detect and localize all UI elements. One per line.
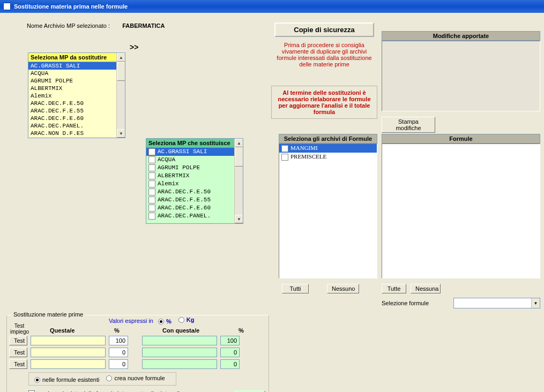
list-item[interactable]: ARAC.DEC.F.E.50 <box>146 188 243 196</box>
sel-formule-combo[interactable]: ▼ <box>453 298 540 308</box>
scroll-down-icon[interactable]: ▼ <box>117 129 125 138</box>
scroll-down-icon[interactable]: ▼ <box>235 215 243 223</box>
con-questa-field[interactable] <box>142 336 217 345</box>
list-item[interactable]: MANGIMI <box>279 144 377 153</box>
list-item[interactable]: ALBERTMIX <box>146 172 243 180</box>
chevron-down-icon[interactable]: ▼ <box>531 298 540 308</box>
list-from[interactable]: Seleziona MP da sostitutire AC.GRASSI SA… <box>28 52 125 138</box>
subst-group-label: Sostituzione materie prime <box>11 311 85 318</box>
list-item[interactable]: AGRUMI POLPE <box>146 164 243 172</box>
formule-list[interactable] <box>382 144 540 278</box>
formarch-header: Seleziona gli archivi di Formule <box>279 134 377 144</box>
col-con-questa: Con questa/e <box>162 327 199 334</box>
test-impiego-label: Test impiego <box>10 323 28 335</box>
scrollbar[interactable]: ▲ ▼ <box>234 139 243 223</box>
scrollbar[interactable]: ▲ ▼ <box>116 53 125 138</box>
print-mods-button[interactable]: Stampa modifiche <box>382 117 435 133</box>
list-to-header: Seleziona MP che sostituisce <box>146 139 243 148</box>
formule-all-button[interactable]: Tutte <box>382 284 406 293</box>
modlog-header: Modifiche apportate <box>382 31 540 41</box>
list-item[interactable]: ARAC.DEC.F.E.50 <box>28 100 125 107</box>
backup-button[interactable]: Copie di sicurezza <box>274 22 374 37</box>
list-item[interactable]: ALBERTMIX <box>28 85 125 92</box>
test-button[interactable]: Test <box>9 336 27 345</box>
archive-value: FABERMATICA <box>122 22 165 29</box>
list-item[interactable]: ARAC.DEC.F.E.60 <box>146 204 243 212</box>
backup-warn: Al termine delle sostituzioni è necessar… <box>271 86 377 119</box>
unit-kg-radio[interactable]: Kg <box>178 316 195 323</box>
scroll-thumb[interactable] <box>117 62 125 81</box>
modlog-area <box>382 41 540 111</box>
list-item[interactable]: ARAC.DEC.PANEL. <box>28 122 125 130</box>
con-questa-field[interactable] <box>142 348 217 357</box>
questa-field[interactable] <box>31 336 106 345</box>
con-questa-pct-field[interactable] <box>220 359 240 369</box>
list-item[interactable]: Alemix <box>146 180 243 188</box>
list-from-header: Seleziona MP da sostitutire <box>28 53 125 62</box>
list-item[interactable]: ARAC.DEC.F.E.55 <box>146 196 243 204</box>
questa-pct-field[interactable] <box>109 336 128 345</box>
con-questa-pct-field[interactable] <box>220 348 240 357</box>
arrow-indicator: >> <box>130 43 138 51</box>
scroll-up-icon[interactable]: ▲ <box>235 139 243 147</box>
backup-note: Prima di procedere si consiglia vivament… <box>274 42 374 67</box>
window-title: Sostituzione materia prima nelle formule <box>14 3 128 10</box>
opt-new-radio[interactable]: crea nuove formule <box>106 375 165 381</box>
list-item[interactable]: ACQUA <box>28 70 125 77</box>
formarch-list[interactable]: MANGIMIPREMISCELE <box>279 144 377 278</box>
opt-existing-radio[interactable]: nelle formule esistenti <box>34 376 99 383</box>
archive-label: Nome Archivio MP selezionato : <box>27 22 110 29</box>
expr-label: Valori espressi in <box>109 318 153 324</box>
list-item[interactable]: ARAC.NON D.F.ES <box>28 130 125 137</box>
unit-pct-radio[interactable]: % <box>158 318 172 325</box>
formarch-all-button[interactable]: Tutti <box>282 284 309 293</box>
list-item[interactable]: ACQUA <box>146 156 243 164</box>
formule-none-button[interactable]: Nessuna <box>411 284 441 293</box>
scroll-thumb[interactable] <box>235 147 243 167</box>
col-pct-b: % <box>239 327 244 334</box>
list-item[interactable]: PREMISCELE <box>279 153 377 161</box>
questa-pct-field[interactable] <box>109 348 128 357</box>
formarch-none-button[interactable]: Nessuno <box>327 284 359 293</box>
list-item[interactable]: ARAC.DEC.PANEL. <box>146 212 243 220</box>
con-questa-field[interactable] <box>142 359 217 369</box>
col-pct-a: % <box>114 327 120 334</box>
window-titlebar: Sostituzione materia prima nelle formule <box>0 0 544 13</box>
list-item[interactable]: AC.GRASSI SALI <box>146 148 243 156</box>
app-icon <box>3 3 11 10</box>
list-item[interactable]: AC.GRASSI SALI <box>28 62 125 70</box>
scroll-up-icon[interactable]: ▲ <box>117 53 125 62</box>
list-item[interactable]: ARAC.DEC.F.E.60 <box>28 115 125 122</box>
list-item[interactable]: Alemix <box>28 92 125 100</box>
questa-field[interactable] <box>31 348 106 357</box>
list-item[interactable]: AGRUMI POLPE <box>28 77 125 85</box>
test-button[interactable]: Test <box>9 348 27 357</box>
questa-field[interactable] <box>31 359 106 369</box>
col-questa: Questa/e <box>50 327 74 334</box>
con-questa-pct-field[interactable] <box>220 336 240 345</box>
questa-pct-field[interactable] <box>109 359 128 369</box>
formule-header: Formule <box>382 134 540 144</box>
sel-formule-label: Selezione formule <box>382 300 429 306</box>
list-to[interactable]: Seleziona MP che sostituisce AC.GRASSI S… <box>146 138 243 224</box>
list-item[interactable]: ARAC.DEC.F.E.55 <box>28 107 125 115</box>
test-button[interactable]: Test <box>9 359 27 369</box>
